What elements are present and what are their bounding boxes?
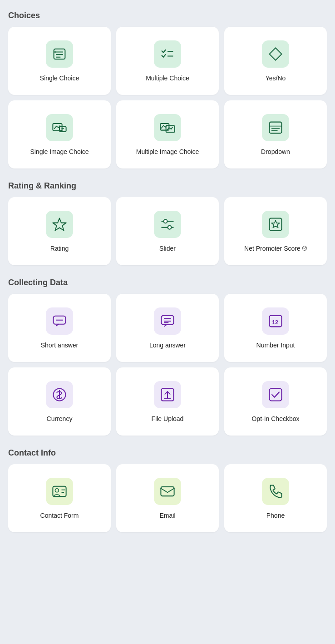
card-slider[interactable]: Slider <box>116 197 219 265</box>
number-input-icon <box>267 313 284 329</box>
card-label-email: Email <box>159 511 175 520</box>
icon-wrap-rating <box>46 211 73 238</box>
card-currency[interactable]: Currency <box>8 367 111 436</box>
card-label-single-choice: Single Choice <box>40 74 79 83</box>
email-icon <box>159 483 176 500</box>
single-image-choice-icon <box>51 119 68 136</box>
icon-wrap-yes-no <box>262 40 289 68</box>
file-upload-icon <box>159 386 176 403</box>
card-label-dropdown: Dropdown <box>261 148 290 157</box>
card-label-nps: Net Promoter Score ® <box>244 244 307 253</box>
card-multiple-image-choice[interactable]: Multiple Image Choice <box>116 100 219 168</box>
card-multiple-choice[interactable]: Multiple Choice <box>116 27 219 95</box>
card-label-multiple-choice: Multiple Choice <box>146 74 189 83</box>
icon-wrap-number-input <box>262 307 289 335</box>
icon-wrap-multiple-image-choice <box>154 114 181 141</box>
card-label-long-answer: Long answer <box>149 341 186 350</box>
card-number-input[interactable]: Number Input <box>224 294 327 362</box>
icon-wrap-long-answer <box>154 307 181 335</box>
long-answer-icon <box>159 313 176 329</box>
card-opt-in-checkbox[interactable]: Opt-In Checkbox <box>224 367 327 436</box>
icon-wrap-multiple-choice <box>154 40 181 68</box>
card-label-slider: Slider <box>159 244 176 253</box>
card-yes-no[interactable]: Yes/No <box>224 27 327 95</box>
icon-wrap-contact-form <box>46 478 73 505</box>
icon-wrap-short-answer <box>46 307 73 335</box>
rating-icon <box>51 216 68 233</box>
card-file-upload[interactable]: File Upload <box>116 367 219 436</box>
card-phone[interactable]: Phone <box>224 464 327 532</box>
card-label-yes-no: Yes/No <box>266 74 286 83</box>
icon-wrap-currency <box>46 381 73 408</box>
opt-in-checkbox-icon <box>267 386 284 403</box>
section-grid-collecting-data: Short answerLong answerNumber InputCurre… <box>8 294 327 436</box>
card-short-answer[interactable]: Short answer <box>8 294 111 362</box>
icon-wrap-nps <box>262 211 289 238</box>
app-container: ChoicesSingle ChoiceMultiple ChoiceYes/N… <box>8 11 327 532</box>
card-rating[interactable]: Rating <box>8 197 111 265</box>
multiple-choice-icon <box>159 46 176 62</box>
section-title-rating-ranking: Rating & Ranking <box>8 181 327 191</box>
section-title-choices: Choices <box>8 11 327 20</box>
icon-wrap-opt-in-checkbox <box>262 381 289 408</box>
multiple-image-choice-icon <box>159 119 176 136</box>
card-long-answer[interactable]: Long answer <box>116 294 219 362</box>
icon-wrap-single-image-choice <box>46 114 73 141</box>
card-label-number-input: Number Input <box>256 341 295 350</box>
single-choice-icon <box>51 46 68 62</box>
card-label-multiple-image-choice: Multiple Image Choice <box>136 148 199 157</box>
section-title-contact-info: Contact Info <box>8 448 327 458</box>
section-title-collecting-data: Collecting Data <box>8 278 327 287</box>
card-label-currency: Currency <box>47 415 73 424</box>
dropdown-icon <box>267 119 284 136</box>
icon-wrap-slider <box>154 211 181 238</box>
short-answer-icon <box>51 313 68 329</box>
icon-wrap-single-choice <box>46 40 73 68</box>
card-label-single-image-choice: Single Image Choice <box>30 148 89 157</box>
icon-wrap-dropdown <box>262 114 289 141</box>
card-email[interactable]: Email <box>116 464 219 532</box>
section-grid-contact-info: Contact FormEmailPhone <box>8 464 327 532</box>
icon-wrap-file-upload <box>154 381 181 408</box>
card-label-contact-form: Contact Form <box>40 511 79 520</box>
section-grid-rating-ranking: RatingSliderNet Promoter Score ® <box>8 197 327 265</box>
card-dropdown[interactable]: Dropdown <box>224 100 327 168</box>
icon-wrap-email <box>154 478 181 505</box>
card-label-rating: Rating <box>50 244 69 253</box>
card-contact-form[interactable]: Contact Form <box>8 464 111 532</box>
contact-form-icon <box>51 483 68 500</box>
currency-icon <box>51 386 68 403</box>
card-label-phone: Phone <box>266 511 285 520</box>
slider-icon <box>159 216 176 233</box>
card-label-opt-in-checkbox: Opt-In Checkbox <box>251 415 299 424</box>
card-label-short-answer: Short answer <box>41 341 78 350</box>
phone-icon <box>267 483 284 500</box>
nps-icon <box>267 216 284 233</box>
card-label-file-upload: File Upload <box>152 415 184 424</box>
yes-no-icon <box>267 46 284 62</box>
card-single-image-choice[interactable]: Single Image Choice <box>8 100 111 168</box>
card-nps[interactable]: Net Promoter Score ® <box>224 197 327 265</box>
section-grid-choices: Single ChoiceMultiple ChoiceYes/NoSingle… <box>8 27 327 168</box>
card-single-choice[interactable]: Single Choice <box>8 27 111 95</box>
icon-wrap-phone <box>262 478 289 505</box>
